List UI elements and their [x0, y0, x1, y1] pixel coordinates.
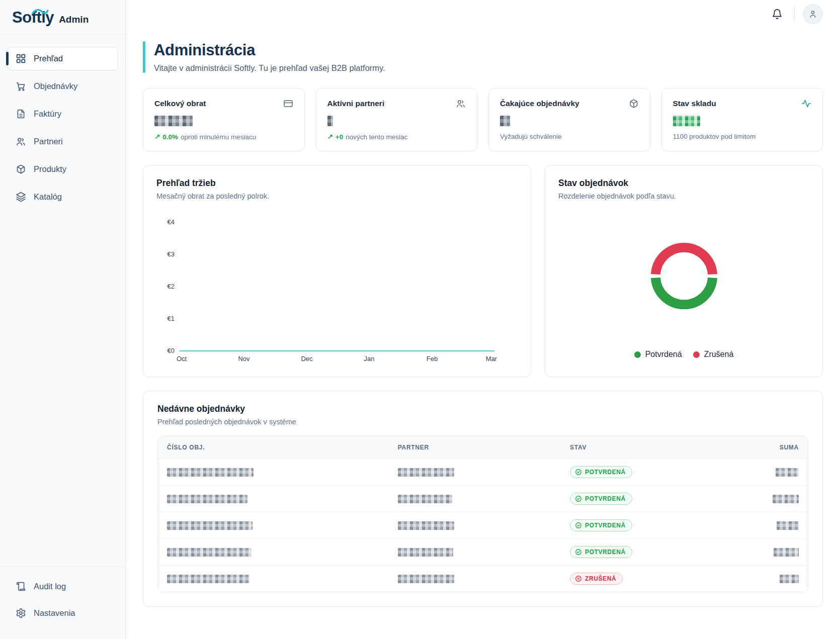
trend-up-icon: ↗ [154, 133, 160, 141]
package-icon [16, 164, 26, 174]
sidebar-item-produkty[interactable]: Produkty [7, 157, 118, 181]
legend-label: Potvrdená [645, 350, 682, 359]
recent-orders-card: Nedávne objednávky Prehľad posledných ob… [143, 391, 823, 607]
stat-note: 1100 produktov pod limitom [673, 133, 812, 140]
charts-row: Prehľad tržieb Mesačný obrat za posledný… [143, 165, 823, 377]
table-body: POTVRDENÁ POTVRDENÁ [158, 459, 808, 592]
sidebar-item-label: Objednávky [34, 81, 77, 91]
stat-card-celkovy-obrat: Celkový obrat ↗0.0% oproti minulému mesi… [143, 88, 305, 151]
legend-dot-red [693, 351, 700, 358]
chart-legend: Potvrdená Zrušená [558, 347, 809, 364]
sidebar-item-nastavenia[interactable]: Nastavenia [7, 601, 118, 625]
y-tick: €1 [167, 315, 175, 322]
chart-subtitle: Rozdelenie objednávok podľa stavu. [558, 192, 809, 200]
order-status-chart-card: Stav objednávok Rozdelenie objednávok po… [545, 165, 823, 377]
status-label: ZRUŠENÁ [585, 575, 616, 582]
table-row[interactable]: POTVRDENÁ [158, 512, 808, 538]
sidebar-item-objednavky[interactable]: Objednávky [7, 74, 118, 98]
sidebar-item-label: Nastavenia [34, 608, 75, 618]
sidebar-nav: Prehľad Objednávky Faktúry Partneri [0, 35, 125, 214]
stat-delta: 0.0% [162, 133, 178, 141]
status-badge: POTVRDENÁ [570, 519, 632, 531]
orders-table: ČÍSLO OBJ. PARTNER STAV SUMA POTVRDENÁ [157, 436, 808, 592]
sidebar-item-partneri[interactable]: Partneri [7, 130, 118, 153]
stat-value-redacted [154, 115, 293, 126]
stat-note: ↗0.0% oproti minulému mesiacu [154, 133, 293, 141]
sidebar-item-label: Katalóg [34, 192, 62, 202]
page-title: Administrácia [154, 41, 385, 59]
chart-title: Stav objednávok [558, 178, 809, 189]
x-tick: Nov [238, 355, 250, 362]
status-label: POTVRDENÁ [585, 469, 626, 476]
trend-up-icon: ↗ [327, 133, 333, 141]
check-circle-icon [575, 522, 582, 529]
brand-swoosh-icon [32, 8, 49, 15]
revenue-chart-card: Prehľad tržieb Mesačný obrat za posledný… [143, 165, 531, 377]
sidebar-item-prehlad[interactable]: Prehľad [7, 47, 118, 70]
chart-subtitle: Mesačný obrat za posledný polrok. [156, 192, 518, 200]
column-header-cislo-obj: ČÍSLO OBJ. [158, 436, 389, 459]
order-number-redacted [158, 541, 389, 564]
status-badge: POTVRDENÁ [570, 466, 632, 478]
stat-value-redacted [327, 115, 466, 126]
x-tick: Mar [486, 355, 497, 362]
partner-redacted [389, 461, 561, 484]
stat-note: Vyžadujú schválenie [500, 133, 639, 140]
donut-slice-zrusena [655, 247, 712, 274]
sidebar-item-katalog[interactable]: Katalóg [7, 185, 118, 209]
check-circle-icon [575, 469, 582, 476]
revenue-line-chart: €4 €3 €2 €1 €0 Oct Nov Dec Jan Feb Mar [156, 211, 498, 362]
activity-icon [801, 99, 811, 109]
legend-dot-green [634, 351, 641, 358]
dashboard-grid-icon [16, 53, 26, 64]
app-window: Softly Admin Prehľad Objednávky [0, 0, 840, 639]
table-row[interactable]: POTVRDENÁ [158, 459, 808, 485]
layers-icon [16, 192, 26, 202]
sidebar-item-label: Audit log [34, 582, 66, 591]
y-tick: €4 [167, 218, 175, 226]
brand-wordmark: Softly [12, 9, 54, 27]
sidebar-item-audit-log[interactable]: Audit log [7, 575, 118, 598]
status-cell: POTVRDENÁ [561, 539, 736, 565]
status-label: POTVRDENÁ [585, 495, 626, 502]
table-row[interactable]: POTVRDENÁ [158, 485, 808, 512]
table-row[interactable]: POTVRDENÁ [158, 538, 808, 565]
stat-card-stav-skladu: Stav skladu 1100 produktov pod limitom [661, 88, 823, 151]
gear-icon [16, 608, 26, 618]
status-label: POTVRDENÁ [585, 522, 626, 529]
sidebar-item-faktury[interactable]: Faktúry [7, 102, 118, 126]
stat-card-aktivni-partneri: Aktívni partneri ↗+0 nových tento mesiac [316, 88, 478, 151]
status-cell: ZRUŠENÁ [561, 566, 736, 592]
column-header-partner: PARTNER [389, 436, 561, 459]
status-cell: POTVRDENÁ [561, 512, 736, 538]
user-avatar[interactable] [803, 4, 823, 24]
page-header: Administrácia Vitajte v administrácii So… [143, 41, 823, 73]
invoice-icon [16, 109, 26, 119]
table-subtitle: Prehľad posledných objednávok v systéme [157, 418, 808, 426]
status-cell: POTVRDENÁ [561, 459, 736, 485]
sidebar-footer: Audit log Nastavenia [0, 566, 125, 639]
stat-note-text: oproti minulému mesiacu [181, 133, 256, 141]
partner-redacted [389, 568, 561, 590]
title-accent-bar [143, 41, 145, 73]
sidebar-item-label: Prehľad [34, 54, 63, 63]
x-tick: Feb [427, 355, 438, 362]
status-badge: POTVRDENÁ [570, 546, 632, 558]
suma-redacted [736, 541, 808, 564]
table-header-row: ČÍSLO OBJ. PARTNER STAV SUMA [158, 436, 808, 459]
stat-title: Stav skladu [673, 99, 716, 108]
topbar-divider [794, 6, 795, 23]
stat-note-text: 1100 produktov pod limitom [673, 133, 756, 140]
sidebar-item-label: Partneri [34, 137, 63, 146]
suma-redacted [736, 461, 808, 484]
legend-label: Zrušená [704, 350, 734, 359]
sidebar: Softly Admin Prehľad Objednávky [0, 0, 126, 639]
users-icon [456, 99, 466, 109]
table-row[interactable]: ZRUŠENÁ [158, 565, 808, 592]
brand-logo: Softly Admin [0, 0, 125, 35]
order-number-redacted [158, 461, 389, 484]
notifications-button[interactable] [768, 5, 786, 23]
suma-redacted [736, 568, 808, 590]
sidebar-item-label: Produkty [34, 164, 66, 174]
partner-redacted [389, 514, 561, 537]
